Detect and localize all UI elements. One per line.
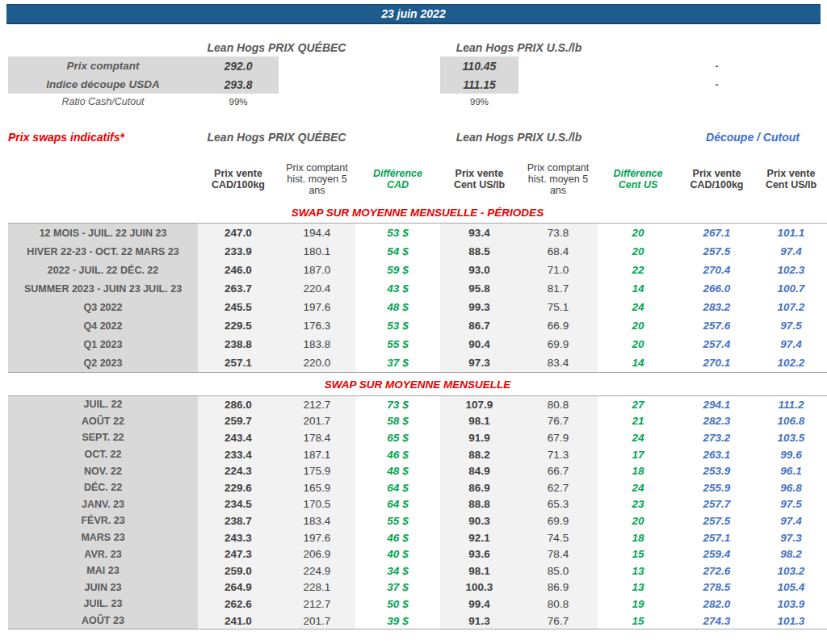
value-cell: 91.3 [440,613,518,629]
table-block-mensuelle: JUIL. 22286.0212.773 $107.980.827294.111… [8,395,827,629]
spot-title-row: Lean Hogs PRIX QUÉBEC Lean Hogs PRIX U.S… [8,39,827,56]
value-cell: 27 [598,396,678,413]
value-cell: 233.4 [198,446,279,463]
value-cell: 55 $ [355,512,440,529]
value-cell: 201.7 [279,613,355,629]
value-cell: 15 [598,546,678,562]
us-cutout-value: 111.15 [440,75,518,94]
swaps-title-band: Prix swaps indicatifs* Lean Hogs PRIX QU… [8,129,827,145]
value-cell: 19 [598,596,678,613]
value-cell: 165.9 [279,479,355,496]
value-cell: 13 [598,562,678,579]
row-label: Indice découpe USDA [8,75,198,94]
spot-row-cutout-index: Indice découpe USDA 293.8 111.15 - [8,75,827,94]
value-cell: 13 [598,579,678,596]
value-cell: 69.9 [518,335,598,353]
swap-price-report: 23 juin 2022 Lean Hogs PRIX QUÉBEC Lean … [0,0,827,644]
value-cell: 85.0 [518,562,598,579]
value-cell: 20 [598,335,678,353]
value-cell: 220.4 [279,279,355,298]
value-cell: 257.5 [678,242,755,261]
table-block-periodes: 12 MOIS - JUIL. 22 JUIN 23247.0194.453 $… [8,223,827,373]
value-cell: 282.3 [678,413,755,430]
value-cell: 97.3 [440,353,518,372]
value-cell: 24 [598,429,678,446]
value-cell: 272.6 [678,562,755,579]
row-label: Ratio Cash/Cutout [8,94,198,110]
value-cell: 273.2 [678,429,755,446]
table-row: JUIL. 22286.0212.773 $107.980.827294.111… [8,396,827,413]
table-row: AVR. 23247.3206.940 $93.678.415259.498.2 [8,546,827,562]
table-row: HIVER 22-23 - OCT. 22 MARS 23233.9180.15… [8,242,827,261]
value-cell: 14 [598,353,678,372]
value-cell: 224.3 [198,462,279,479]
value-cell: 95.8 [440,279,518,298]
row-label: Q4 2022 [8,316,198,335]
value-cell: 241.0 [198,613,279,629]
table-row: Q1 2023238.8183.855 $90.469.920257.497.4 [8,335,827,353]
value-cell: 101.3 [755,613,827,629]
value-cell: 90.3 [440,512,518,529]
table-row: Q4 2022229.5176.353 $86.766.920257.697.5 [8,316,827,335]
value-cell: 48 $ [355,462,440,479]
value-cell: 106.8 [755,413,827,430]
value-cell: 233.9 [198,242,279,261]
row-label: 2022 - JUIL. 22 DÉC. 22 [8,261,198,279]
table-row: JANV. 23234.5170.564 $88.865.323257.797.… [8,496,827,513]
col-header-difference-us: Différence Cent US [598,157,678,202]
value-cell: 259.7 [198,413,279,430]
col-header-hist-us: Prix comptant hist. moyen 5 ans [518,157,598,202]
value-cell: 34 $ [355,562,440,579]
table-row: NOV. 22224.3175.948 $84.966.718253.996.1 [8,462,827,479]
row-label: Prix comptant [8,56,198,75]
value-cell: 24 [598,479,678,496]
value-cell: 88.8 [440,496,518,513]
value-cell: 183.4 [279,512,355,529]
table-row: MAI 23259.0224.934 $98.185.013272.6103.2 [8,562,827,579]
value-cell: 278.5 [678,579,755,596]
value-cell: 83.4 [518,353,598,372]
column-header-row: Prix vente CAD/100kg Prix comptant hist.… [8,157,827,202]
row-label: DÉC. 22 [8,479,198,496]
value-cell: 65 $ [355,429,440,446]
value-cell: 176.3 [279,316,355,335]
value-cell: 96.1 [755,462,827,479]
value-cell: 187.0 [279,261,355,279]
value-cell: 80.8 [518,396,598,413]
value-cell: 170.5 [279,496,355,513]
row-label: MAI 23 [8,562,198,579]
value-cell: 286.0 [198,396,279,413]
value-cell: 228.1 [279,579,355,596]
value-cell: 93.0 [440,261,518,279]
date-text: 23 juin 2022 [381,7,445,20]
value-cell: 187.1 [279,446,355,463]
value-cell: 270.4 [678,261,755,279]
value-cell: 294.1 [678,396,755,413]
value-cell: 14 [598,279,678,298]
value-cell: 234.5 [198,496,279,513]
value-cell: 80.8 [518,596,598,613]
value-cell: 263.1 [678,446,755,463]
value-cell: 197.6 [279,529,355,546]
value-cell: 257.7 [678,496,755,513]
value-cell: 245.5 [198,298,279,316]
value-cell: 58 $ [355,413,440,430]
value-cell: 98.1 [440,562,518,579]
spot-quebec-title: Lean Hogs PRIX QUÉBEC [198,39,355,56]
value-cell: 282.0 [678,596,755,613]
table-row: SEPT. 22243.4178.465 $91.967.924273.2103… [8,429,827,446]
value-cell: 263.7 [198,279,279,298]
value-cell: 257.1 [678,529,755,546]
value-cell: 97.4 [755,512,827,529]
value-cell: 100.3 [440,579,518,596]
value-cell: 283.2 [678,298,755,316]
us-cash-value: 110.45 [440,56,518,75]
row-label: Q1 2023 [8,335,198,353]
row-label: FÉVR. 23 [8,512,198,529]
table-row: JUIN 23264.9228.137 $100.386.913278.5105… [8,579,827,596]
value-cell: 238.7 [198,512,279,529]
value-cell: 97.5 [755,316,827,335]
row-label: OCT. 22 [8,446,198,463]
col-header-prix-vente-us: Prix vente Cent US/lb [440,157,518,202]
value-cell: 99.6 [755,446,827,463]
